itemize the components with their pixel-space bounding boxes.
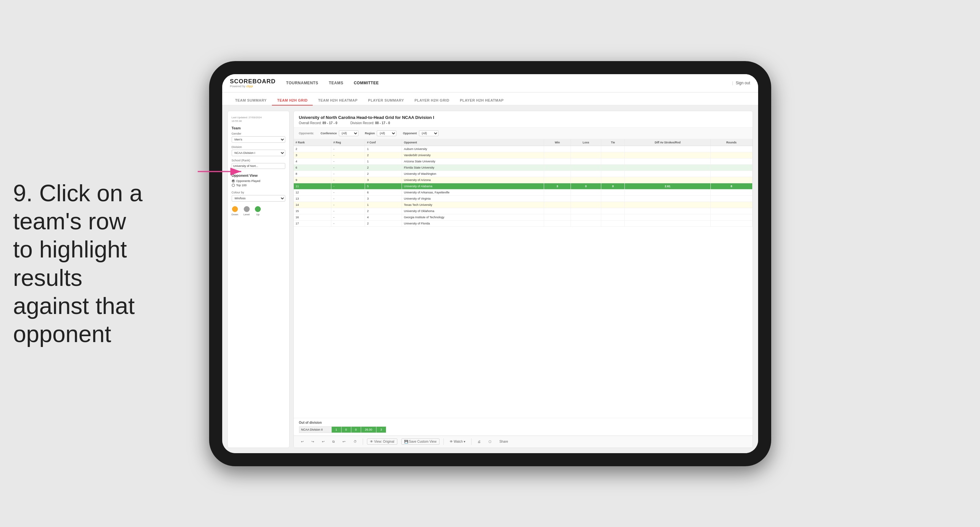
save-custom-view-btn[interactable]: 💾 Save Custom View <box>401 438 439 445</box>
sign-out-link[interactable]: Sign out <box>736 81 750 85</box>
legend-level: Level <box>243 206 250 216</box>
app-header: SCOREBOARD Powered by clippi TOURNAMENTS… <box>222 74 758 92</box>
out-of-division: Out of division NCAA Division II 1 0 0 2… <box>294 418 752 436</box>
table-row[interactable]: 2-1Auburn University <box>294 146 752 152</box>
colour-by-select[interactable]: Win/loss <box>232 195 285 202</box>
ood-rounds: 3 <box>377 427 386 433</box>
copy-btn[interactable]: ⧉ <box>330 439 337 445</box>
grid-content: University of North Carolina Head-to-Hea… <box>293 111 753 448</box>
redo-btn[interactable]: ↪ <box>309 439 316 444</box>
col-rounds: Rounds <box>711 139 752 146</box>
radio-group: Opponents Played Top 100 <box>232 179 285 187</box>
main-content: Last Updated: 27/03/2024 16:55:38 Team G… <box>222 105 758 453</box>
tab-team-summary[interactable]: TEAM SUMMARY <box>230 96 272 105</box>
gender-select[interactable]: Men's <box>232 136 285 143</box>
view-original-btn[interactable]: 👁 View: Original <box>367 438 397 445</box>
opponent-select[interactable]: (All) <box>419 131 439 136</box>
col-rank: # Rank <box>294 139 331 146</box>
opponent-filter: Opponent (All) <box>403 131 439 136</box>
logo-subtitle: Powered by clippi <box>230 84 276 88</box>
region-filter: Region (All) <box>365 131 397 136</box>
table-body: 2-1Auburn University3-2Vanderbilt Univer… <box>294 146 752 226</box>
h2h-table: # Rank # Reg # Conf Opponent Win Loss Ti… <box>294 139 752 227</box>
download-btn[interactable]: ⬡ <box>487 439 493 444</box>
tab-player-h2h-heatmap[interactable]: PLAYER H2H HEATMAP <box>455 96 509 105</box>
table-row[interactable]: 13-3University of Virginia <box>294 195 752 202</box>
tablet-screen: SCOREBOARD Powered by clippi TOURNAMENTS… <box>222 74 758 453</box>
radio-dot-top100 <box>232 184 235 187</box>
tab-player-h2h-grid[interactable]: PLAYER H2H GRID <box>409 96 455 105</box>
radio-opponents-played[interactable]: Opponents Played <box>232 179 285 183</box>
col-reg: # Reg <box>331 139 365 146</box>
col-loss: Loss <box>571 139 601 146</box>
col-win: Win <box>544 139 571 146</box>
table-row[interactable]: 11-5University of Alabama3002.618 <box>294 183 752 189</box>
annotation-text: 9. Click on a team's row to highlight re… <box>13 179 150 348</box>
separator-1 <box>363 438 363 445</box>
print-btn[interactable]: 🖨 <box>476 439 483 444</box>
history-btn[interactable]: ↩· <box>340 439 348 444</box>
clock-btn[interactable]: ⏱ <box>352 439 359 444</box>
colour-section: Colour by Win/loss Down Level <box>232 191 285 216</box>
undo-btn[interactable]: ↩ <box>299 439 305 444</box>
radio-top100[interactable]: Top 100 <box>232 184 285 187</box>
ood-title: Out of division <box>299 421 747 424</box>
table-row[interactable]: 4-1Arizona State University <box>294 158 752 164</box>
col-opponent: Opponent <box>402 139 544 146</box>
sign-out-area: | Sign out <box>732 81 750 85</box>
radio-dot-opponents <box>232 179 235 183</box>
ood-label: NCAA Division II <box>299 427 332 433</box>
table-row[interactable]: 15-2University of Oklahoma <box>294 208 752 214</box>
table-row[interactable]: 12-6University of Arkansas, Fayetteville <box>294 189 752 195</box>
sub-nav: TEAM SUMMARY TEAM H2H GRID TEAM H2H HEAT… <box>222 92 758 105</box>
nav-item-committee[interactable]: COMMITTEE <box>354 80 379 87</box>
tab-team-h2h-heatmap[interactable]: TEAM H2H HEATMAP <box>313 96 363 105</box>
conference-select[interactable]: (All) <box>339 131 358 136</box>
ood-loss: 0 <box>342 427 351 433</box>
division-select[interactable]: NCAA Division I <box>232 150 285 156</box>
colour-by-label: Colour by <box>232 191 285 194</box>
tab-team-h2h-grid[interactable]: TEAM H2H GRID <box>272 96 313 105</box>
table-row[interactable]: 3-2Vanderbilt University <box>294 152 752 158</box>
overall-record: Overall Record: 89 - 17 - 0 <box>299 121 337 125</box>
grid-header: University of North Carolina Head-to-Hea… <box>294 111 752 128</box>
region-select[interactable]: (All) <box>377 131 396 136</box>
bottom-toolbar: ↩ ↪ ↩ ⧉ ↩· ⏱ 👁 View: Original 💾 Save Cus… <box>294 436 752 447</box>
table-row[interactable]: 8-2University of Washington <box>294 170 752 177</box>
table-row[interactable]: 6-2Florida State University <box>294 164 752 170</box>
ood-row[interactable]: NCAA Division II 1 0 0 26.00 3 <box>299 427 747 433</box>
school-input[interactable] <box>232 163 285 169</box>
nav-item-tournaments[interactable]: TOURNAMENTS <box>286 80 318 87</box>
ood-win: 1 <box>332 427 342 433</box>
tab-player-summary[interactable]: PLAYER SUMMARY <box>363 96 409 105</box>
nav-item-teams[interactable]: TEAMS <box>329 80 344 87</box>
last-updated: Last Updated: 27/03/2024 16:55:38 <box>232 116 285 123</box>
watch-btn[interactable]: 👁 Watch ▾ <box>448 439 468 444</box>
tablet-frame: SCOREBOARD Powered by clippi TOURNAMENTS… <box>209 61 771 466</box>
share-btn[interactable]: Share <box>497 439 510 444</box>
filter-row: Opponents: Conference (All) Region (All) <box>294 128 752 139</box>
grid-records: Overall Record: 89 - 17 - 0 Division Rec… <box>299 121 747 125</box>
nav-items: TOURNAMENTS TEAMS COMMITTEE <box>286 80 732 87</box>
team-section-title: Team <box>232 126 285 130</box>
conference-filter: Conference (All) <box>321 131 358 136</box>
left-panel: Last Updated: 27/03/2024 16:55:38 Team G… <box>228 111 290 448</box>
gender-label: Gender <box>232 132 285 135</box>
ood-diff: 26.00 <box>361 427 377 433</box>
legend-circle-up <box>255 206 261 212</box>
opponents-label: Opponents: <box>299 132 314 135</box>
table-row[interactable]: 9-3University of Arizona <box>294 177 752 183</box>
ood-tie: 0 <box>351 427 361 433</box>
col-tie: Tie <box>601 139 625 146</box>
table-row[interactable]: 17-2University of Florida <box>294 220 752 226</box>
school-label: School (Rank) <box>232 159 285 162</box>
table-row[interactable]: 14-1Texas Tech University <box>294 202 752 208</box>
legend-circle-level <box>244 206 250 212</box>
division-label: Division <box>232 145 285 149</box>
logo-title: SCOREBOARD <box>230 78 276 84</box>
opponent-view-title: Opponent View <box>232 174 285 177</box>
reset-btn[interactable]: ↩ <box>320 439 326 444</box>
table-row[interactable]: 16-4Georgia Institute of Technology <box>294 214 752 220</box>
grid-title: University of North Carolina Head-to-Hea… <box>299 115 747 120</box>
legend-down: Down <box>232 206 238 216</box>
